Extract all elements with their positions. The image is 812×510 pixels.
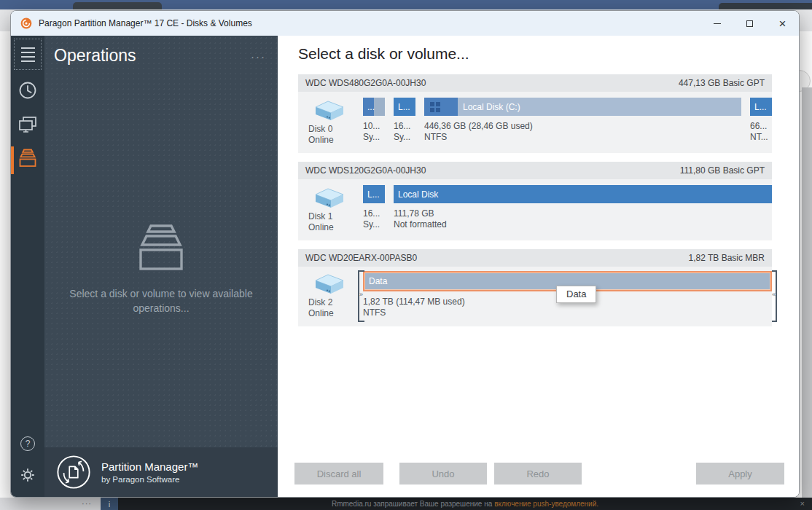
disk-model: WDC WDS120G2G0A-00JH30: [305, 165, 426, 176]
undo-button[interactable]: Undo: [399, 463, 487, 484]
partition-size: 16...: [363, 208, 385, 219]
page-title: Select a disk or volume...: [298, 45, 799, 63]
disk-body: Disk 0 Online ... 10... Sy...: [298, 92, 772, 153]
disk-select-target[interactable]: Disk 2 Online: [298, 271, 363, 319]
gear-icon: [20, 467, 36, 483]
partition-fs: Sy...: [394, 132, 415, 143]
partition-fs: Sy...: [363, 219, 385, 230]
disk-icon: [310, 98, 346, 122]
disk-body: Disk 1 Online L... 16... Sy...: [298, 179, 772, 240]
disk-status: Online: [308, 222, 363, 233]
partition-fs: Not formatted: [394, 219, 772, 230]
partition-bar-label: Data: [369, 276, 387, 286]
background-browser-tabbar: [0, 0, 812, 9]
disk-group-0: WDC WDS480G2G0A-00JH30 447,13 GB Basic G…: [298, 74, 772, 153]
paragon-app-icon: [20, 17, 32, 29]
disk-summary: 1,82 TB Basic MBR: [689, 253, 765, 263]
notification-close-icon[interactable]: ×: [800, 498, 805, 510]
disk-model: WDC WDS480G2G0A-00JH30: [305, 78, 426, 88]
redo-button[interactable]: Redo: [494, 463, 582, 484]
partition-size: 10...: [363, 121, 385, 132]
sidebar-item-history[interactable]: [11, 80, 44, 101]
partition-fs: Sy...: [363, 132, 385, 143]
apply-button[interactable]: Apply: [696, 463, 784, 484]
partition-size: 66...: [750, 121, 772, 132]
partition-bar-label: Local Disk (C:): [463, 102, 520, 112]
screens-icon: [17, 116, 38, 135]
browser-notification-bar: Rmmedia.ru запрашивает Ваше разрешение н…: [118, 498, 812, 510]
partition-size: 111,78 GB: [394, 208, 772, 219]
browser-tab[interactable]: [73, 2, 162, 9]
notification-text: Rmmedia.ru запрашивает Ваше разрешение н…: [332, 500, 492, 508]
partition-cell[interactable]: Local Disk 111,78 GB Not formatted: [394, 185, 772, 233]
disk-header: WDC WDS480G2G0A-00JH30 447,13 GB Basic G…: [298, 74, 772, 92]
active-item-marker: [11, 146, 14, 174]
partition-fs: NTFS: [363, 307, 772, 318]
partition-cell-c-drive[interactable]: Local Disk (C:) 446,36 GB (28,46 GB used…: [424, 98, 741, 146]
partition-cell[interactable]: L... 66... NT...: [750, 98, 772, 146]
help-button[interactable]: ?: [20, 436, 35, 451]
disk-status: Online: [308, 308, 363, 319]
partition-cell[interactable]: L... 16... Sy...: [363, 185, 385, 233]
partition-size: 16...: [394, 121, 415, 132]
partitions-drawer-icon: [16, 149, 39, 168]
close-button[interactable]: ×: [766, 11, 799, 36]
partition-bar-label: L...: [754, 102, 767, 112]
history-clock-icon: [17, 80, 38, 101]
disk-icon: [310, 271, 346, 295]
brand-name: Partition Manager™: [101, 460, 198, 473]
overflow-dots[interactable]: ···: [82, 498, 92, 510]
operations-title: Operations: [54, 46, 136, 66]
sidebar-icon-strip: ?: [11, 36, 44, 497]
partition-bar-label: L...: [367, 189, 380, 200]
partition-size: 446,36 GB (28,46 GB used): [424, 121, 741, 132]
partition-fs: NTFS: [424, 132, 741, 143]
notification-highlight: включение push-уведомлений.: [494, 500, 598, 508]
operations-panel: Operations ··· Select a disk or volume t…: [44, 36, 278, 497]
empty-drawer-icon: [126, 224, 196, 272]
disk-select-target[interactable]: Disk 0 Online: [298, 98, 363, 146]
settings-button[interactable]: [20, 467, 36, 486]
paragon-logo: [55, 454, 92, 490]
main-area: Select a disk or volume... WDC WDS480G2G…: [278, 36, 799, 497]
discard-all-button[interactable]: Discard all: [294, 463, 383, 484]
disk-label: Disk 0: [308, 124, 363, 135]
maximize-button[interactable]: [733, 11, 766, 36]
browser-tab-right[interactable]: [719, 3, 812, 9]
info-icon: i: [101, 498, 118, 510]
disk-select-target[interactable]: Disk 1 Online: [298, 185, 363, 233]
disk-summary: 111,80 GB Basic GPT: [680, 165, 765, 176]
titlebar: Paragon Partition Manager™ 17 CE - Disks…: [11, 11, 799, 36]
resize-arrow-left-icon: »: [359, 291, 363, 298]
window-title: Paragon Partition Manager™ 17 CE - Disks…: [39, 18, 252, 28]
partition-bar-label: ...: [367, 102, 375, 112]
disk-group-2: WDC WD20EARX-00PASB0 1,82 TB Basic MBR »…: [298, 249, 772, 326]
page-scrollbar[interactable]: [802, 87, 812, 498]
used-space-segment: [424, 98, 458, 116]
app-window: Paragon Partition Manager™ 17 CE - Disks…: [10, 10, 800, 498]
brand-footer: Partition Manager™ by Paragon Software: [44, 447, 278, 497]
sidebar-item-disks[interactable]: [11, 116, 44, 135]
disk-body: » « Disk 2 Online: [298, 267, 772, 326]
disk-list: WDC WDS480G2G0A-00JH30 447,13 GB Basic G…: [298, 74, 772, 326]
partition-cell[interactable]: L... 16... Sy...: [394, 98, 415, 146]
disk-status: Online: [308, 135, 363, 146]
menu-button[interactable]: [14, 39, 42, 70]
disk-summary: 447,13 GB Basic GPT: [679, 78, 765, 88]
hamburger-icon: [21, 47, 35, 49]
disk-icon: [310, 185, 346, 209]
disk-group-1: WDC WDS120G2G0A-00JH30 111,80 GB Basic G…: [298, 162, 772, 240]
resize-arrow-right-icon: «: [772, 291, 776, 298]
minimize-button[interactable]: [700, 11, 733, 36]
disk-header: WDC WDS120G2G0A-00JH30 111,80 GB Basic G…: [298, 162, 772, 179]
sidebar-item-partitions[interactable]: [11, 149, 44, 168]
disk-header: WDC WD20EARX-00PASB0 1,82 TB Basic MBR: [298, 249, 772, 267]
question-icon: ?: [26, 439, 31, 449]
windows-logo-icon: [430, 102, 440, 112]
operations-menu-dots[interactable]: ···: [251, 46, 266, 68]
partition-cell[interactable]: ... 10... Sy...: [363, 98, 385, 146]
partition-tooltip: Data: [556, 286, 596, 303]
brand-subtitle: by Paragon Software: [101, 475, 198, 484]
disk-label: Disk 1: [308, 211, 363, 222]
action-bar: Discard all Undo Redo Apply: [294, 463, 784, 484]
